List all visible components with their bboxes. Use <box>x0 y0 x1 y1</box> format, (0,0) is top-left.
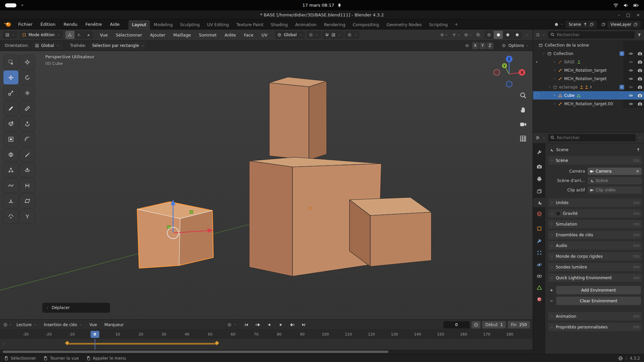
clear-environment-button[interactable]: Clear Environment <box>556 297 641 305</box>
chevron-down-icon[interactable] <box>542 136 545 139</box>
current-frame-marker[interactable]: 0 <box>91 331 99 338</box>
panel-grip[interactable] <box>633 159 639 162</box>
panel-grip[interactable] <box>633 266 639 268</box>
viewport-menu-item[interactable]: Maillage <box>170 31 194 39</box>
viewport-menu-item[interactable]: Vue <box>97 31 111 39</box>
active-clip-field[interactable]: Clip vidéo <box>588 186 642 194</box>
visibility-eye-icon[interactable] <box>629 102 633 106</box>
face-select-button[interactable] <box>84 31 93 39</box>
drag-mode-dropdown[interactable]: Sélection par rectangle <box>90 42 147 50</box>
properties-tab-view-layer[interactable] <box>533 187 545 196</box>
workspace-tab[interactable]: Texture Paint <box>233 20 267 29</box>
properties-section[interactable]: Simulation <box>548 220 642 228</box>
properties-tab-constraints[interactable] <box>533 272 545 281</box>
expand-icon[interactable] <box>548 85 551 88</box>
edge-select-button[interactable] <box>75 31 84 39</box>
overlays-dropdown[interactable] <box>464 33 472 37</box>
tool-scale[interactable] <box>3 86 18 100</box>
viewport-menu-item[interactable]: Sélectionner <box>112 31 145 39</box>
mesh-box-flat[interactable] <box>350 197 431 266</box>
playback-sync-dropdown[interactable] <box>225 321 239 328</box>
outliner-row-mch-1[interactable]: MCH_Rotation_target <box>533 66 644 74</box>
collapse-icon[interactable] <box>542 52 545 55</box>
workspace-tab[interactable]: Compositing <box>349 20 383 29</box>
properties-tab-particles[interactable] <box>533 248 545 257</box>
outliner-row-base[interactable]: BASE <box>533 58 644 66</box>
properties-section[interactable]: Audio <box>548 241 642 250</box>
tool-annotate[interactable] <box>3 101 18 115</box>
tool-add-cube[interactable] <box>3 117 18 131</box>
outliner-row-eclairage[interactable]: eclairage 3 <box>533 83 644 91</box>
viewport-menu-item[interactable]: UV <box>258 31 271 39</box>
topbar-menu-item[interactable]: Fenêtre <box>82 20 105 28</box>
vertex-select-button[interactable] <box>65 31 74 39</box>
render-camera-icon[interactable] <box>638 85 642 89</box>
marker-menu[interactable]: Marqueur <box>102 321 126 328</box>
properties-section[interactable]: Unités <box>548 198 642 207</box>
outliner-row-cube[interactable]: Cube <box>533 91 644 100</box>
outliner-row-collection[interactable]: Collection <box>533 49 644 58</box>
panel-grip[interactable] <box>633 223 639 226</box>
render-camera-icon[interactable] <box>638 102 642 106</box>
current-frame-field[interactable]: 0 <box>443 321 470 328</box>
jump-to-start-button[interactable] <box>242 321 251 328</box>
mirror-icon[interactable] <box>465 44 469 48</box>
minimize-button[interactable]: – <box>618 12 620 17</box>
visibility-eye-icon[interactable] <box>629 93 633 98</box>
shading-rendered-button[interactable] <box>513 31 522 39</box>
workspace-tab[interactable]: Animation <box>291 20 320 29</box>
volume-icon[interactable] <box>623 3 629 8</box>
shading-material-button[interactable] <box>503 31 512 39</box>
background-scene-field[interactable]: Scène <box>588 177 642 184</box>
tool-spin[interactable] <box>20 163 35 177</box>
properties-tab-render[interactable] <box>533 162 545 171</box>
render-camera-icon[interactable] <box>638 60 642 64</box>
previous-keyframe-button[interactable] <box>254 321 262 328</box>
pivot-point-dropdown[interactable] <box>306 31 321 39</box>
chevron-down-icon[interactable] <box>542 34 545 37</box>
panel-grip[interactable] <box>633 326 639 328</box>
jump-to-end-button[interactable] <box>299 321 308 328</box>
section-checkbox[interactable] <box>556 211 560 216</box>
object-visibility-dropdown[interactable] <box>440 33 448 37</box>
panel-grip[interactable] <box>633 244 639 247</box>
workspace-tab[interactable]: Rendering <box>320 20 349 29</box>
network-status-icon[interactable] <box>618 356 623 361</box>
workspace-tab[interactable]: Shading <box>267 20 291 29</box>
tool-shrink-flatten[interactable] <box>3 194 18 208</box>
tool-poly-build[interactable] <box>3 163 18 177</box>
properties-tab-material[interactable] <box>533 295 545 304</box>
transform-orientation-dropdown[interactable]: Global <box>275 31 305 39</box>
shading-wireframe-button[interactable] <box>484 31 493 39</box>
panel-grip[interactable] <box>633 212 639 215</box>
qle-panel-header[interactable]: Quick Lighting Environment <box>548 274 642 282</box>
panel-grip[interactable] <box>633 201 639 204</box>
view-menu[interactable]: Vue <box>87 321 100 328</box>
keyframe-diamond[interactable] <box>214 341 220 346</box>
play-button[interactable] <box>276 321 285 328</box>
pin-icon[interactable] <box>583 22 587 26</box>
properties-section[interactable]: Ensembles de clés <box>548 231 642 239</box>
unlink-x-icon[interactable] <box>636 169 640 173</box>
topbar-menu-item[interactable]: Édition <box>37 20 59 28</box>
expand-icon[interactable] <box>553 94 556 97</box>
tool-inset-faces[interactable] <box>3 132 18 146</box>
shading-solid-button[interactable] <box>494 31 503 39</box>
playback-menu[interactable]: Lecture <box>14 321 39 328</box>
ortho-grid-icon[interactable] <box>520 135 527 142</box>
camera-view-icon[interactable] <box>520 121 527 128</box>
options-dropdown[interactable]: Options <box>508 43 529 48</box>
xray-toggle[interactable] <box>476 33 480 37</box>
tool-rip-edge[interactable] <box>20 209 35 223</box>
viewport-menu-item[interactable]: Sommet <box>196 31 220 39</box>
render-camera-icon[interactable] <box>638 68 642 73</box>
zoom-icon[interactable] <box>520 92 527 99</box>
tool-move[interactable] <box>3 70 18 84</box>
workspace-tab[interactable]: Modeling <box>150 20 176 29</box>
panel-grip[interactable] <box>633 255 639 258</box>
timeline-scrollbar[interactable] <box>0 350 533 354</box>
properties-section[interactable]: Animation <box>548 312 642 320</box>
chevron-down-icon[interactable] <box>638 136 641 139</box>
visibility-eye-icon[interactable] <box>629 76 633 81</box>
properties-tab-object[interactable] <box>533 224 545 233</box>
